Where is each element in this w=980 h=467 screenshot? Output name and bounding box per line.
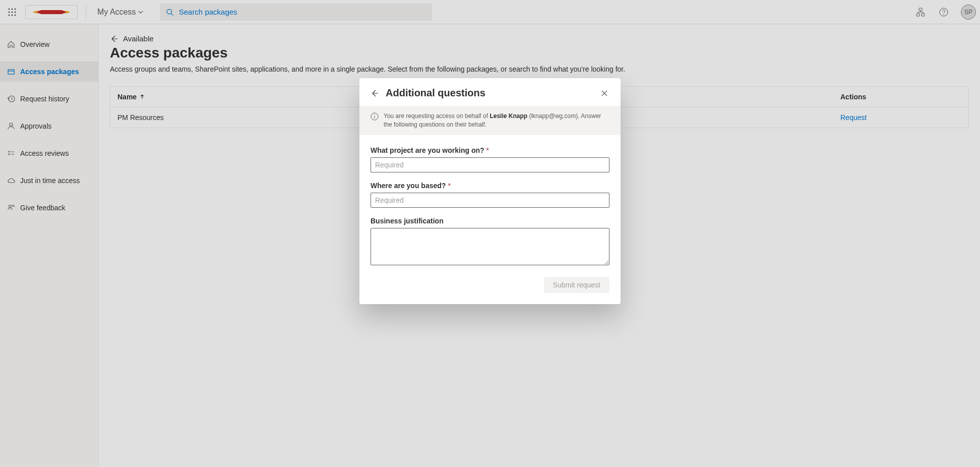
info-icon bbox=[371, 112, 379, 121]
dialog-back-button[interactable] bbox=[371, 89, 379, 97]
required-indicator: * bbox=[448, 182, 450, 190]
dialog-title: Additional questions bbox=[386, 87, 592, 99]
question-1-field: What project are you working on?* bbox=[371, 146, 609, 172]
business-justification-label: Business justification bbox=[371, 217, 609, 225]
question-1-input[interactable] bbox=[371, 157, 609, 172]
svg-point-22 bbox=[374, 114, 375, 115]
submit-request-button[interactable]: Submit request bbox=[544, 277, 609, 293]
info-banner-text: You are requesting access on behalf of L… bbox=[384, 112, 609, 129]
arrow-left-icon bbox=[371, 89, 379, 97]
business-justification-input[interactable] bbox=[371, 228, 609, 265]
question-2-field: Where are you based?* bbox=[371, 182, 609, 208]
info-banner: You are requesting access on behalf of L… bbox=[359, 106, 621, 135]
close-icon bbox=[601, 90, 608, 97]
additional-questions-dialog: Additional questions You are requesting … bbox=[359, 78, 621, 304]
question-1-label: What project are you working on?* bbox=[371, 146, 609, 154]
question-2-input[interactable] bbox=[371, 193, 609, 208]
business-justification-field: Business justification bbox=[371, 217, 609, 267]
question-2-label: Where are you based?* bbox=[371, 182, 609, 190]
required-indicator: * bbox=[486, 146, 489, 154]
dialog-close-button[interactable] bbox=[599, 88, 609, 98]
modal-overlay[interactable]: Additional questions You are requesting … bbox=[0, 0, 980, 467]
